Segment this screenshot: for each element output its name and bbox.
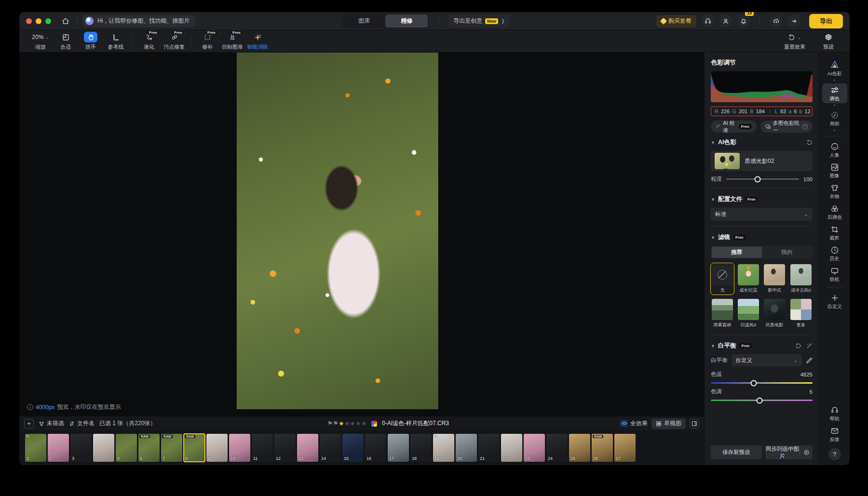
sidebar-item-tethering[interactable]: 联机 [822,264,847,284]
filmstrip-thumb[interactable]: 15 [342,434,364,462]
slider-knob[interactable] [757,397,763,403]
minimize-window-button[interactable] [36,18,41,24]
single-view-button[interactable]: 单视图 [651,418,686,429]
filmstrip-thumb[interactable]: 13 [297,434,318,462]
filmstrip-thumb[interactable]: 14 [320,434,341,462]
filmstrip-thumb[interactable]: 25 [569,434,590,462]
filmstrip-thumb[interactable]: 24 [546,434,568,462]
sidebar-item-feedback[interactable]: 反馈 [822,424,847,444]
tab-recommend[interactable]: 推荐 [712,247,762,258]
slider-knob[interactable] [750,380,757,386]
tool-spot-repair[interactable]: Free 污点修复 [162,32,187,51]
profile-section-header[interactable]: ▼ 配置文件 Free [711,195,813,203]
account-button[interactable] [719,14,732,27]
filmstrip-thumb[interactable]: RAW26 [592,434,613,462]
filmstrip-thumb[interactable]: 10 [229,434,250,462]
buy-plan-button[interactable]: 购买套餐 [656,15,696,27]
filter-item[interactable]: 清冷古风II [789,263,813,295]
filmstrip-thumb[interactable]: 22 [501,434,522,462]
white-balance-section-header[interactable]: ▼ 白平衡 Free [711,342,813,350]
sidebar-item-image[interactable]: 图像 [822,161,847,180]
filter-item[interactable]: 新中式 [763,263,786,295]
support-button[interactable] [701,14,714,27]
home-icon[interactable] [59,14,72,28]
flag-icon[interactable]: ⚑ [333,420,339,427]
rating-strip[interactable]: ⚑⚑★★★★★ [327,420,367,427]
reset-icon[interactable] [806,139,813,146]
close-window-button[interactable] [26,18,32,24]
filmstrip-thumb[interactable]: 9 [206,434,228,462]
filter-item[interactable]: 成长纪实 [737,263,760,295]
ai-color-section-header[interactable]: ▼ AI色彩 [711,138,813,147]
sidebar-item-help[interactable]: 帮助 [822,403,847,423]
sidebar-item-history[interactable]: 历史 [822,243,847,263]
filter-item[interactable]: 仿真电影 [763,298,786,329]
color-label-icon[interactable] [371,421,377,427]
profile-select[interactable]: 标准 ⌄ [711,208,813,221]
star-icon[interactable]: ★ [344,420,350,427]
filter-more[interactable]: 更多 [789,298,813,329]
sidebar-item-custom[interactable]: 自定义 [822,291,847,311]
filmstrip-thumb[interactable]: 27 [614,434,636,462]
tool-guides[interactable]: 参考线 [103,32,128,51]
layout-toggle-button[interactable] [690,419,699,429]
sidebar-item-post-color[interactable]: 后调色 [822,202,847,222]
maximize-window-button[interactable] [45,18,51,24]
filmstrip-thumb[interactable]: ✎1 [25,434,46,462]
auto-wand-icon[interactable] [806,343,813,349]
sidebar-item-local-adjust[interactable]: 局部 [822,108,847,128]
sort-dropdown[interactable]: 文件名 [69,419,95,428]
star-icon[interactable]: ★ [350,420,355,427]
sidebar-item-color-adjust[interactable]: 调色 [822,83,847,103]
tool-hand[interactable]: 抓手 [78,32,103,51]
all-effects-toggle[interactable]: <> 全效果 [620,419,648,428]
filmstrip-thumb[interactable]: 17 [388,434,409,462]
temp-slider[interactable] [711,382,813,384]
filter-item[interactable]: 日漫风II [737,298,760,329]
preview-size-link[interactable]: 4000px [36,404,54,411]
tab-retouch[interactable]: 精修 [385,14,428,27]
sidebar-item-clothing[interactable]: 衣物 [822,181,847,201]
ai-assistant-search[interactable]: Hi，让我帮你修图、找功能、搜图片 [82,15,195,27]
reset-effects-button[interactable]: ⌄ 重置效果 [782,32,807,51]
filmstrip-thumb[interactable]: RAW7 [161,434,182,462]
filmstrip-thumb[interactable]: 16 [365,434,386,462]
slider-knob[interactable] [754,176,760,182]
add-photos-button[interactable]: + [24,419,34,429]
star-icon[interactable]: ★ [339,420,344,427]
notifications-button[interactable]: 14 [737,14,750,27]
photo-preview[interactable] [237,53,438,409]
tool-fit[interactable]: 合适 [53,32,78,51]
flag-icon[interactable]: ⚑ [327,420,333,427]
filmstrip-thumb[interactable]: 21 [478,434,500,462]
help-circle-icon[interactable]: ? [802,124,808,130]
filmstrip-thumb[interactable]: 12 [274,434,296,462]
sync-settings-button[interactable] [800,449,813,456]
star-icon[interactable]: ★ [355,420,361,427]
presets-button[interactable]: 预设 [816,32,841,51]
filmstrip-thumb[interactable]: 20 [456,434,477,462]
ai-calibrate-button[interactable]: AI 校准 Free [711,121,757,133]
tool-liquify[interactable]: Free 液化 [136,32,162,51]
filmstrip-thumb[interactable]: 2 [48,434,69,462]
degree-slider[interactable] [726,178,799,180]
cloud-upload-button[interactable] [770,14,783,27]
reset-icon[interactable] [795,343,801,349]
share-button[interactable] [787,14,800,27]
filmstrip-thumb[interactable]: 18 [410,434,432,462]
image-canvas[interactable]: i 4000px 预览，水印仅在预览显示 [19,53,704,416]
tab-library[interactable]: 图库 [343,14,385,27]
multi-image-color-match-button[interactable]: 多图色彩统一 ? [760,121,813,133]
filmstrip-thumb[interactable]: ✎19 [433,434,454,462]
tab-mine[interactable]: 我的 [762,247,812,258]
filter-item[interactable]: 雨雾森林 [711,298,734,329]
tool-zoom[interactable]: 20%⌄ 缩放 [28,32,53,51]
sidebar-item-portrait[interactable]: 人像 [822,140,847,160]
export-to-creative-button[interactable]: 导出至创意 New ❯ [448,15,510,27]
filmstrip-thumb[interactable]: RAW6 [138,434,160,462]
sidebar-item-ai-color[interactable]: AI色彩 [822,57,847,78]
tool-smart-remove[interactable]: 智能消除 [245,32,270,51]
tool-patch[interactable]: Free 修补 [195,32,220,51]
ai-color-preset-card[interactable]: 质感光影02 [711,151,813,171]
star-icon[interactable]: ★ [361,420,367,427]
